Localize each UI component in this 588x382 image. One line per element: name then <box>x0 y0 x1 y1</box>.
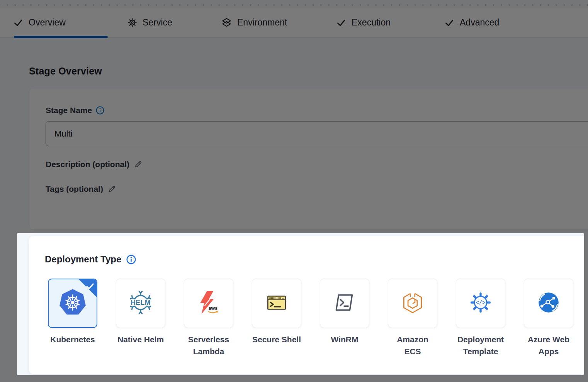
stage-name-input[interactable] <box>46 121 588 146</box>
deployment-type-serverless-lambda[interactable]: aws <box>184 279 233 328</box>
gear-icon <box>127 18 137 27</box>
deployment-type-native-helm[interactable]: HELM <box>116 279 165 328</box>
deployment-type-spotlight: Deployment Type <box>17 233 584 375</box>
deployment-type-heading: Deployment Type <box>45 254 121 265</box>
svg-text:</>: </> <box>476 300 486 306</box>
tile-label-native-helm: Native Helm <box>107 333 175 345</box>
tab-environment[interactable]: Environment <box>221 8 287 37</box>
tab-label: Environment <box>237 17 287 28</box>
deployment-type-amazon-ecs[interactable] <box>388 279 437 328</box>
deployment-type-secure-shell[interactable] <box>252 279 301 328</box>
page-title: Stage Overview <box>29 66 102 77</box>
tile-label-kubernetes: Kubernetes <box>39 333 107 345</box>
pipeline-canvas-dots <box>0 0 588 8</box>
helm-icon: HELM <box>127 289 154 317</box>
info-icon[interactable] <box>126 255 136 264</box>
tile-label-serverless-lambda: Serverless Lambda <box>175 333 243 357</box>
tab-service[interactable]: Service <box>127 8 172 37</box>
layers-icon <box>221 17 232 28</box>
tile-label-winrm: WinRM <box>311 333 379 345</box>
amazon-ecs-icon <box>400 290 425 317</box>
check-icon <box>13 18 23 28</box>
stage-overview-card: Stage Name Description (optional) Tags (… <box>29 88 588 230</box>
selected-check-icon <box>85 282 95 292</box>
stage-name-label: Stage Name <box>46 106 92 115</box>
tile-label-secure-shell: Secure Shell <box>243 333 311 345</box>
description-label: Description (optional) <box>46 160 129 169</box>
deployment-type-winrm[interactable] <box>320 279 369 328</box>
stage-tabbar: Overview Service Environmen <box>0 8 588 38</box>
tab-advanced[interactable]: Advanced <box>444 8 499 37</box>
tab-execution[interactable]: Execution <box>336 8 391 37</box>
deployment-type-card: Deployment Type <box>29 236 584 374</box>
azure-webapps-globe-icon <box>536 290 561 317</box>
svg-text:HELM: HELM <box>131 299 151 306</box>
powershell-icon <box>332 290 357 317</box>
tile-label-azure-web-apps: Azure Web Apps <box>515 333 583 357</box>
tile-label-amazon-ecs: Amazon ECS <box>379 333 447 357</box>
deployment-type-deployment-template[interactable]: </> <box>456 279 505 328</box>
deployment-type-azure-web-apps[interactable] <box>524 279 573 328</box>
template-gear-code-icon: </> <box>467 289 494 317</box>
edit-pencil-icon[interactable] <box>133 159 143 169</box>
info-icon[interactable] <box>96 106 104 115</box>
deployment-type-kubernetes[interactable] <box>48 279 97 328</box>
tab-overview[interactable]: Overview <box>13 8 66 37</box>
tab-label: Execution <box>352 17 391 28</box>
svg-text:aws: aws <box>209 306 218 311</box>
check-icon <box>336 18 346 28</box>
tags-label: Tags (optional) <box>46 184 103 194</box>
tab-label: Service <box>143 17 172 28</box>
tab-label: Advanced <box>460 17 499 28</box>
serverless-aws-lambda-icon: aws <box>196 290 221 317</box>
check-icon <box>444 18 454 28</box>
tile-label-deployment-template: Deployment Template <box>447 333 515 357</box>
tab-label: Overview <box>29 17 66 28</box>
edit-pencil-icon[interactable] <box>107 184 117 194</box>
shell-terminal-icon <box>264 290 289 317</box>
active-tab-underline <box>14 36 108 38</box>
